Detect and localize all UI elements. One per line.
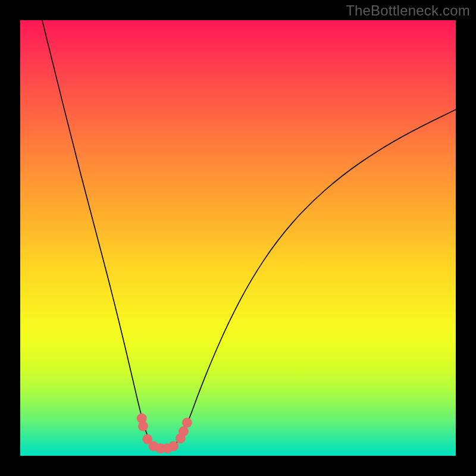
curve-svg bbox=[20, 20, 456, 456]
marker-dot bbox=[168, 441, 178, 451]
marker-dot bbox=[178, 427, 189, 437]
marker-group bbox=[137, 414, 192, 453]
outer-frame: TheBottleneck.com bbox=[0, 0, 476, 476]
plot-area bbox=[20, 20, 456, 456]
watermark-text: TheBottleneck.com bbox=[346, 2, 470, 19]
bottleneck-curve bbox=[41, 20, 456, 449]
marker-dot bbox=[138, 421, 148, 431]
marker-dot bbox=[182, 418, 192, 428]
